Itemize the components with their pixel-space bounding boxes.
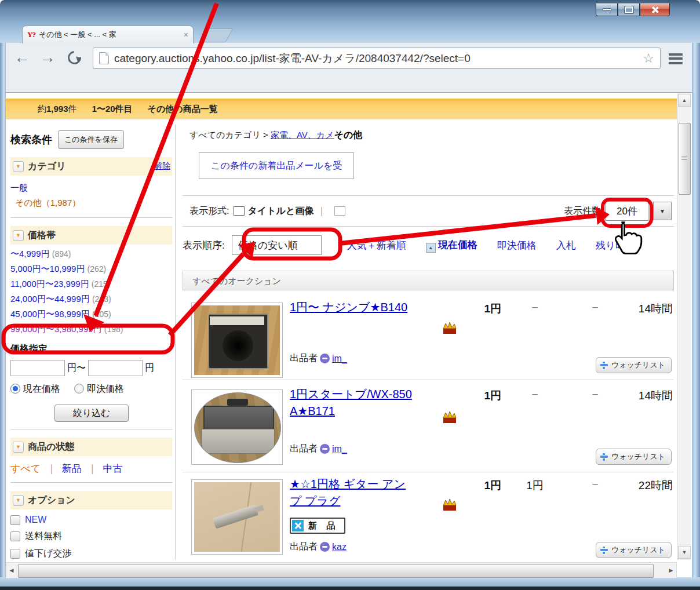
condition-used-link[interactable]: 中古 [103, 462, 123, 475]
filter-submit-button[interactable]: 絞り込む [54, 405, 129, 422]
tab-close-icon[interactable]: × [184, 31, 188, 39]
price-band-link-highlighted[interactable]: 99,000円〜3,980,999円 (198) [10, 324, 173, 335]
price-from-input[interactable] [10, 360, 65, 376]
back-button[interactable]: ← [10, 46, 34, 68]
promo-icon [442, 410, 457, 427]
collapse-price-button[interactable]: ▼ [13, 230, 24, 241]
sort-label: 表示順序: [183, 239, 225, 252]
sort-bids-link[interactable]: 入札 [556, 239, 576, 252]
window-border-right [692, 43, 700, 590]
time-left: 14時間 [617, 388, 673, 403]
collapse-condition-button[interactable]: ▼ [13, 442, 24, 453]
seller-link[interactable]: im_ [332, 444, 347, 454]
item-thumbnail[interactable] [191, 479, 283, 555]
category-current[interactable]: その他（1,987） [10, 195, 173, 210]
option-checkbox-row[interactable]: 値下げ交渉 [10, 548, 173, 560]
price-to-input[interactable] [88, 360, 143, 376]
minimize-icon [603, 8, 611, 11]
collapse-options-button[interactable]: ▼ [13, 495, 24, 506]
forward-button[interactable]: → [36, 46, 59, 68]
grid-view-icon[interactable] [334, 206, 345, 216]
scroll-right-icon: ▶ [669, 567, 673, 573]
item-title-link[interactable]: 1円〜 ナジンブ★B140 [290, 299, 416, 316]
sort-row: 表示順序: 価格の安い順 人気＋新着順 ▲現在価格 即決価格 入札 残り時間 [183, 227, 674, 264]
seller-rating-icon [320, 444, 330, 454]
buyout-price: 1円 [517, 478, 552, 493]
sort-time-link[interactable]: 残り時間 [596, 239, 635, 252]
seller-row: 出品者 kaz [290, 541, 347, 553]
minimize-button[interactable] [596, 3, 618, 16]
price-band-link[interactable]: 5,000円〜10,999円 (262) [10, 264, 173, 275]
page-size-dropdown-button[interactable]: ▼ [653, 202, 672, 220]
sort-popular-link[interactable]: 人気＋新着順 [347, 239, 406, 252]
watchlist-button[interactable]: ウォッチリスト [596, 357, 672, 373]
sort-asc-icon: ▲ [426, 243, 436, 253]
checkbox-icon[interactable] [10, 549, 20, 559]
seller-link[interactable]: kaz [332, 542, 347, 552]
condition-all[interactable]: すべて [10, 462, 41, 475]
seller-link[interactable]: im_ [332, 354, 347, 364]
option-checkbox-row[interactable]: NEW [10, 515, 173, 525]
price-band-section-title: 価格帯 [28, 230, 56, 242]
sort-select[interactable]: 価格の安い順 [232, 235, 322, 255]
plus-icon [600, 362, 608, 369]
breadcrumb-category-link[interactable]: 家電、AV、カメ [271, 130, 334, 140]
sidebar-divider [175, 125, 176, 560]
price-band-link[interactable]: 24,000円〜44,999円 (213) [10, 294, 173, 305]
search-filters-sidebar: 検索条件 この条件を保存 ▼ カテゴリ 解除 一般 その他（1,987） ▼ 価… [10, 125, 173, 560]
vertical-scrollbar[interactable]: ▲ ▼ [677, 93, 691, 560]
horizontal-scrollbar-thumb[interactable] [18, 564, 654, 578]
auction-row: 1円〜 ナジンブ★B140 出品者 im_ 1円 − − 14時間 ウォッチリス… [183, 296, 674, 380]
category-parent-link[interactable]: 一般 [10, 183, 28, 192]
bid-count: − [578, 478, 612, 491]
results-summary-bar: 約1,993件 1〜20件目 その他の商品一覧 [6, 99, 677, 119]
item-title-link[interactable]: ★☆1円格 ギター アンプ プラグ [290, 476, 416, 509]
browser-tab[interactable]: Y? その他 < 一般 < ... < 家 × [22, 26, 194, 43]
scroll-up-button[interactable]: ▲ [678, 94, 691, 107]
bookmark-star-icon[interactable]: ☆ [643, 52, 654, 65]
new-listing-mail-link[interactable]: この条件の新着出品メールを受 [199, 152, 354, 179]
radio-current-price[interactable]: 現在価格 [10, 383, 60, 395]
url-text[interactable]: category.auctions.yahoo.co.jp/list-家電-AV… [114, 51, 637, 66]
price-band-link[interactable]: 11,000円〜23,999円 (215) [10, 279, 173, 290]
scroll-right-button[interactable]: ▶ [666, 563, 676, 577]
sort-buyout-link[interactable]: 即決価格 [497, 239, 537, 252]
watchlist-button[interactable]: ウォッチリスト [596, 542, 672, 558]
price-band-link[interactable]: 〜4,999円 (894) [10, 249, 173, 260]
checkbox-icon[interactable] [10, 531, 20, 541]
page-size-value[interactable]: 20件 [606, 201, 648, 221]
tab-title: その他 < 一般 < ... < 家 [39, 30, 180, 40]
item-thumbnail[interactable] [191, 303, 283, 378]
price-from-suffix: 円〜 [67, 362, 86, 374]
checkbox-icon[interactable] [10, 515, 20, 525]
scroll-left-button[interactable]: ◀ [6, 563, 17, 577]
radio-selected-icon [10, 384, 20, 394]
vertical-scrollbar-thumb[interactable] [679, 123, 691, 195]
scroll-down-button[interactable]: ▼ [678, 546, 691, 559]
save-search-button[interactable]: この条件を保存 [58, 130, 124, 149]
sort-current-price[interactable]: ▲現在価格 [426, 238, 477, 253]
item-photo [194, 482, 280, 552]
horizontal-scrollbar[interactable]: ◀ ▶ [6, 562, 677, 578]
separator: ｜ [88, 462, 97, 475]
separator: ｜ [317, 205, 326, 217]
condition-new-link[interactable]: 新品 [62, 462, 82, 475]
price-filter-title: 価格指定 [10, 343, 173, 355]
close-button[interactable] [640, 3, 670, 16]
new-item-icon [292, 520, 304, 531]
results-heading: その他の商品一覧 [148, 104, 218, 115]
radio-buyout-price[interactable]: 即決価格 [74, 383, 124, 395]
watchlist-button[interactable]: ウォッチリスト [596, 449, 672, 465]
option-checkbox-row[interactable]: 送料無料 [10, 530, 173, 542]
window-border-bottom [0, 577, 700, 590]
collapse-category-button[interactable]: ▼ [13, 161, 24, 172]
clear-category-link[interactable]: 解除 [154, 161, 170, 172]
address-bar[interactable]: category.auctions.yahoo.co.jp/list-家電-AV… [93, 48, 661, 69]
price-band-link[interactable]: 45,000円〜98,999円 (205) [10, 309, 173, 320]
reload-icon [65, 48, 83, 67]
item-thumbnail[interactable] [191, 389, 283, 465]
chrome-menu-button[interactable] [665, 50, 686, 67]
reload-button[interactable] [63, 46, 86, 68]
maximize-button[interactable] [618, 3, 640, 16]
item-title-link[interactable]: 1円スタートブ/WX-850A★B171 [290, 386, 416, 420]
